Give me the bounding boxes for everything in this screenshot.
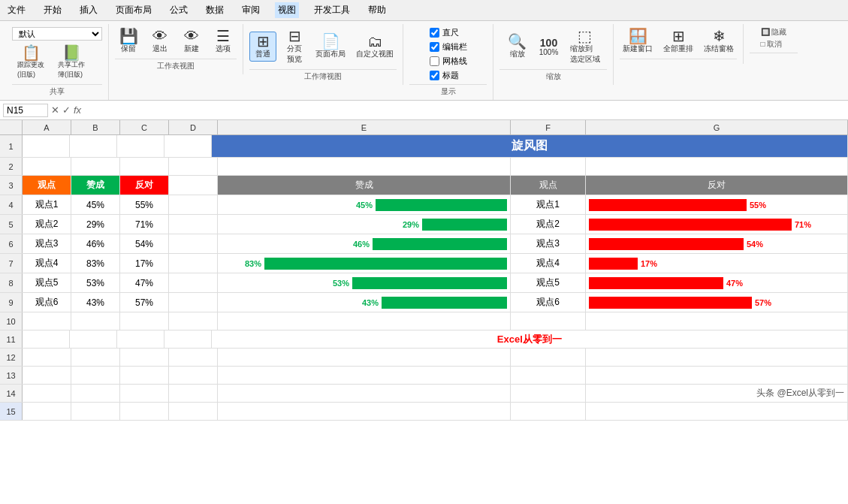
cell-b11[interactable] (70, 330, 117, 348)
cell-d11[interactable] (164, 330, 212, 348)
cell-c4[interactable]: 55% (120, 195, 169, 214)
cell-a8[interactable]: 观点5 (23, 273, 71, 292)
cell-c12[interactable] (120, 349, 169, 366)
cell-f4-guandian[interactable]: 观点1 (511, 195, 586, 214)
cell-c5[interactable]: 71% (120, 215, 169, 234)
cell-g5-bar[interactable]: 71% (586, 215, 848, 234)
cell-c6[interactable]: 54% (120, 234, 169, 253)
cell-g15[interactable] (586, 403, 848, 420)
cell-c1[interactable] (117, 135, 164, 157)
cell-c11[interactable] (117, 330, 164, 348)
cell-g9-bar[interactable]: 57% (586, 293, 848, 312)
exit-btn[interactable]: 👁 退出 (146, 27, 174, 56)
cell-b9[interactable]: 43% (71, 293, 120, 312)
cell-a11[interactable] (23, 330, 70, 348)
formulabar-checkbox[interactable]: 编辑栏 (430, 41, 467, 53)
menu-review[interactable]: 审阅 (239, 2, 263, 18)
cell-c13[interactable] (120, 367, 169, 384)
cell-f9-guandian[interactable]: 观点6 (511, 293, 586, 312)
cell-f7-guandian[interactable]: 观点4 (511, 254, 586, 273)
cell-d15[interactable] (169, 403, 218, 420)
menu-view[interactable]: 视图 (275, 2, 299, 18)
cell-b8[interactable]: 53% (71, 273, 120, 292)
cell-d7[interactable] (169, 254, 218, 273)
cell-f15[interactable] (511, 403, 586, 420)
cell-d1[interactable] (164, 135, 212, 157)
cell-a10[interactable] (23, 312, 71, 330)
page-layout-btn[interactable]: 📄 页面布局 (312, 32, 349, 61)
view-dropdown[interactable]: 默认 (12, 27, 102, 41)
cell-c10[interactable] (120, 312, 169, 330)
formula-input[interactable] (84, 104, 845, 116)
cell-e7-bar[interactable]: 83% (218, 254, 511, 273)
cell-a4[interactable]: 观点1 (23, 195, 71, 214)
menu-insert[interactable]: 插入 (77, 2, 101, 18)
cell-e2[interactable] (218, 158, 511, 175)
cell-d9[interactable] (169, 293, 218, 312)
menu-help[interactable]: 帮助 (365, 2, 389, 18)
new-view-btn[interactable]: 👁 新建 (178, 27, 205, 56)
col-header-d[interactable]: D (169, 120, 218, 134)
cell-e15[interactable] (218, 403, 511, 420)
cell-g6-bar[interactable]: 54% (586, 234, 848, 253)
new-window-btn[interactable]: 🪟 新建窗口 (620, 27, 656, 56)
cell-c14[interactable] (120, 385, 169, 402)
page-break-btn[interactable]: ⊟ 分页预览 (281, 27, 308, 66)
menu-data[interactable]: 数据 (203, 2, 227, 18)
custom-view-btn[interactable]: 🗂 自定义视图 (353, 32, 397, 61)
cell-c8[interactable]: 47% (120, 273, 169, 292)
headings-checkbox[interactable]: 标题 (430, 70, 467, 81)
cell-e4-bar[interactable]: 45% (218, 195, 511, 214)
cell-reference-input[interactable] (3, 104, 48, 117)
cell-d8[interactable] (169, 273, 218, 292)
normal-view-btn[interactable]: ⊞ 普通 (249, 32, 276, 62)
cell-a5[interactable]: 观点2 (23, 215, 71, 234)
cell-c9[interactable]: 57% (120, 293, 169, 312)
cell-b4[interactable]: 45% (71, 195, 120, 214)
cell-e5-bar[interactable]: 29% (218, 215, 511, 234)
cell-a6[interactable]: 观点3 (23, 234, 71, 253)
freeze-panes-btn[interactable]: ❄ 冻结窗格 (701, 27, 737, 56)
cell-f12[interactable] (511, 349, 586, 366)
menu-formula[interactable]: 公式 (167, 2, 191, 18)
cell-a7[interactable]: 观点4 (23, 254, 71, 273)
arrange-all-btn[interactable]: ⊞ 全部重排 (660, 27, 696, 56)
cell-g7-bar[interactable]: 17% (586, 254, 848, 273)
cell-e11-subtitle[interactable]: Excel从零到一 (212, 330, 848, 348)
cell-b12[interactable] (71, 349, 120, 366)
cell-d13[interactable] (169, 367, 218, 384)
cell-b15[interactable] (71, 403, 120, 420)
cell-f5-guandian[interactable]: 观点2 (511, 215, 586, 234)
cell-g3-fandui[interactable]: 反对 (586, 176, 848, 195)
col-header-f[interactable]: F (511, 120, 586, 134)
cell-a3-header[interactable]: 观点 (23, 176, 71, 195)
cell-g12[interactable] (586, 349, 848, 366)
cell-a1[interactable] (23, 135, 70, 157)
cell-b7[interactable]: 83% (71, 254, 120, 273)
menu-file[interactable]: 文件 (5, 2, 29, 18)
cell-b2[interactable] (71, 158, 120, 175)
cell-b5[interactable]: 29% (71, 215, 120, 234)
zoom-selection-btn[interactable]: ⬚ 缩放到选定区域 (567, 27, 603, 66)
options-btn[interactable]: ☰ 选项 (210, 27, 237, 56)
preserve-btn[interactable]: 💾 保留 (115, 27, 142, 56)
col-header-c[interactable]: C (120, 120, 169, 134)
col-header-a[interactable]: A (23, 120, 71, 134)
cell-b6[interactable]: 46% (71, 234, 120, 253)
cell-b10[interactable] (71, 312, 120, 330)
cell-e3-zanchen[interactable]: 赞成 (218, 176, 511, 195)
ruler-checkbox[interactable]: 直尺 (430, 27, 467, 38)
cell-d6[interactable] (169, 234, 218, 253)
cell-d10[interactable] (169, 312, 218, 330)
zoom-100-btn[interactable]: 100 100% (536, 36, 563, 58)
cell-b14[interactable] (71, 385, 120, 402)
cell-f13[interactable] (511, 367, 586, 384)
cell-c7[interactable]: 17% (120, 254, 169, 273)
share-workbook-btn[interactable]: 📗 共享工作簿(旧版) (53, 44, 90, 81)
cell-b13[interactable] (71, 367, 120, 384)
cell-e12[interactable] (218, 349, 511, 366)
cell-d4[interactable] (169, 195, 218, 214)
cell-f8-guandian[interactable]: 观点5 (511, 273, 586, 292)
cell-e6-bar[interactable]: 46% (218, 234, 511, 253)
cell-d14[interactable] (169, 385, 218, 402)
